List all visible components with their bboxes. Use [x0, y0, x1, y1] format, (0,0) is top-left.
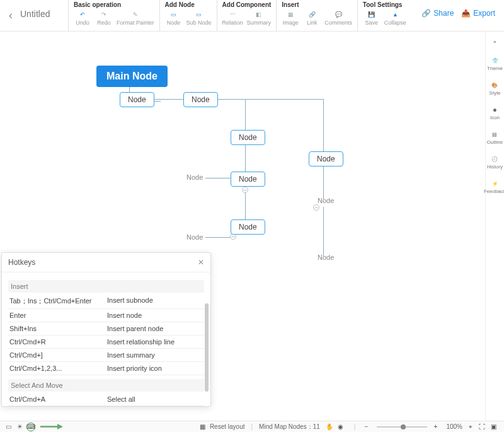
- leaf-node[interactable]: Node: [186, 233, 203, 241]
- leaf-node[interactable]: Node: [318, 254, 334, 261]
- close-icon[interactable]: ✕: [198, 258, 204, 267]
- hotkey-row: Ctrl/Cmd+RInsert relationship line: [8, 336, 204, 349]
- collapse-icon: ▲: [390, 9, 400, 20]
- add-subnode-button[interactable]: ▭Sub Node: [186, 9, 212, 26]
- save-button[interactable]: 💾Save: [363, 9, 381, 26]
- palette-icon: 🎨: [490, 80, 500, 90]
- edge: [245, 99, 246, 131]
- node-count-label: Mind Map Nodes：: [259, 423, 313, 431]
- zoom-slider[interactable]: [377, 426, 427, 428]
- hand-icon[interactable]: ✋: [325, 423, 334, 431]
- collapse-button[interactable]: ▲Collapse: [384, 9, 406, 26]
- hotkey-row: EnterInsert node: [8, 309, 204, 322]
- image-icon: ▦: [285, 9, 295, 20]
- arrow-annotation: [40, 424, 63, 429]
- panel-collapse-button[interactable]: «: [490, 37, 500, 47]
- hotkey-row: Shift+InsInsert parent node: [8, 322, 204, 336]
- node-count: 11: [313, 423, 320, 430]
- hotkeys-body[interactable]: Insert Tab；Ins；Ctrl/Cmd+EnterInsert subn…: [2, 272, 210, 406]
- share-button[interactable]: 🔗Share: [421, 9, 454, 18]
- redo-button[interactable]: ↷Redo: [95, 9, 113, 26]
- node[interactable]: Node: [231, 172, 265, 187]
- screen-icon[interactable]: ▭: [4, 423, 13, 431]
- format-painter-button[interactable]: ✎Format Painter: [117, 9, 154, 26]
- status-bar: ▭ ☀ ⌨ ▦ Reset layout | Mind Map Nodes： 1…: [0, 421, 504, 432]
- feedback-button[interactable]: ⚡Feedback: [484, 178, 504, 194]
- style-button[interactable]: 🎨Style: [490, 80, 501, 96]
- insert-link-button[interactable]: 🔗Link: [303, 9, 321, 26]
- keyboard-icon[interactable]: ⌨: [26, 423, 35, 431]
- insert-image-button[interactable]: ▦Image: [282, 9, 299, 26]
- doc-title[interactable]: Untitled: [18, 0, 68, 19]
- hotkey-row: Ctrl/Cmd+1,2,3...Insert priority icon: [8, 362, 204, 375]
- node-icon: ▭: [169, 9, 179, 20]
- redo-icon: ↷: [99, 9, 109, 20]
- node[interactable]: Node: [120, 92, 154, 107]
- hotkeys-panel: Hotkeys ✕ Insert Tab；Ins；Ctrl/Cmd+EnterI…: [1, 252, 211, 407]
- edge: [323, 99, 324, 153]
- summary-button[interactable]: ◧Summary: [247, 9, 272, 26]
- back-button[interactable]: ‹: [4, 0, 18, 31]
- group-insert-title: Insert: [282, 1, 352, 8]
- outline-icon: ▤: [490, 129, 500, 139]
- hotkeys-section: Insert: [8, 280, 204, 293]
- zoom-level: 100%: [446, 423, 462, 430]
- undo-button[interactable]: ↶Undo: [74, 9, 91, 26]
- grid-icon[interactable]: ▦: [198, 423, 207, 431]
- group-addnode-title: Add Node: [165, 1, 212, 8]
- eye-icon[interactable]: ◉: [336, 423, 345, 431]
- node[interactable]: Node: [231, 130, 265, 145]
- collapse-toggle[interactable]: –: [313, 204, 319, 211]
- group-addcomp-title: Add Component: [222, 1, 272, 8]
- hotkey-row: Ctrl/Cmd+ASelect all: [8, 393, 204, 406]
- hotkeys-section: Select And Move: [8, 379, 204, 392]
- theme-button[interactable]: 👕Theme: [487, 55, 503, 71]
- clock-icon: 🕘: [490, 154, 500, 164]
- undo-icon: ↶: [77, 9, 88, 20]
- scrollbar[interactable]: [205, 303, 209, 392]
- group-tools-title: Tool Settings: [363, 1, 406, 8]
- center-icon[interactable]: ⌖: [466, 423, 475, 431]
- leaf-node[interactable]: Node: [318, 197, 334, 204]
- bolt-icon: ⚡: [490, 178, 500, 189]
- hotkey-row: Ctrl/Cmd+]Insert summary: [8, 349, 204, 362]
- subnode-icon: ▭: [194, 9, 204, 20]
- canvas[interactable]: – – – Main Node Node Node Node Node Node…: [0, 32, 485, 421]
- summary-icon: ◧: [254, 9, 264, 20]
- group-basic-title: Basic operation: [74, 1, 154, 8]
- main-node[interactable]: Main Node: [96, 66, 168, 87]
- link-icon: 🔗: [307, 9, 317, 20]
- edge: [205, 178, 231, 178]
- hotkeys-title: Hotkeys: [8, 258, 35, 267]
- outline-button[interactable]: ▤Outline: [487, 129, 503, 145]
- insert-comment-button[interactable]: 💬Comments: [324, 9, 352, 26]
- relation-icon: 〰: [227, 9, 238, 20]
- brush-icon: ✎: [130, 9, 140, 20]
- zoom-in-button[interactable]: +: [431, 423, 440, 431]
- reset-layout-button[interactable]: Reset layout: [210, 423, 245, 430]
- hotkey-row: Tab；Ins；Ctrl/Cmd+EnterInsert subnode: [8, 294, 204, 309]
- add-node-button[interactable]: ▭Node: [165, 9, 183, 26]
- comment-icon: 💬: [333, 9, 343, 20]
- zoom-out-button[interactable]: −: [362, 423, 370, 431]
- collapse-toggle[interactable]: –: [242, 187, 248, 193]
- node[interactable]: Node: [309, 151, 343, 166]
- node[interactable]: Node: [231, 219, 265, 235]
- fit-icon[interactable]: ▣: [489, 423, 498, 431]
- export-button[interactable]: 📤Export: [461, 9, 495, 18]
- edge: [245, 144, 246, 172]
- node[interactable]: Node: [183, 92, 218, 107]
- shirt-icon: 👕: [490, 55, 500, 66]
- edge: [205, 237, 231, 238]
- side-panel: « 👕Theme 🎨Style ☻Icon ▤Outline 🕘History …: [485, 32, 504, 421]
- relation-button[interactable]: 〰Relation: [222, 9, 243, 26]
- save-icon: 💾: [367, 9, 377, 20]
- leaf-node[interactable]: Node: [186, 173, 203, 181]
- share-icon: 🔗: [421, 9, 431, 18]
- sun-icon[interactable]: ☀: [15, 423, 24, 431]
- export-icon: 📤: [461, 9, 471, 18]
- edge: [212, 99, 323, 100]
- history-button[interactable]: 🕘History: [487, 154, 503, 170]
- icon-button[interactable]: ☻Icon: [490, 105, 500, 120]
- fullscreen-icon[interactable]: ⛶: [478, 423, 486, 431]
